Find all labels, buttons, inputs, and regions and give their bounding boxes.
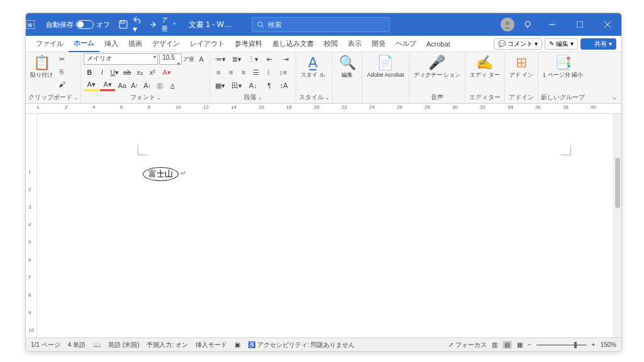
zoom-slider[interactable]: [536, 344, 587, 346]
lightbulb-icon[interactable]: [519, 20, 536, 29]
focus-mode-button[interactable]: ⤢ フォーカス: [448, 341, 487, 349]
zoom-out-icon[interactable]: −: [528, 341, 531, 348]
bullet-list-icon[interactable]: ≔▾: [213, 53, 228, 65]
font-name-select[interactable]: メイリオ: [84, 53, 158, 65]
highlight-icon[interactable]: A▾: [84, 80, 99, 91]
maximize-button[interactable]: [569, 13, 591, 36]
scroll-thumb[interactable]: [615, 158, 620, 208]
tab-developer[interactable]: 開発: [367, 36, 391, 52]
underline-icon[interactable]: U▾: [109, 67, 120, 78]
phonetic-icon[interactable]: ア亜: [183, 53, 194, 65]
spell-check-icon[interactable]: 📖: [93, 341, 101, 348]
align-center-icon[interactable]: ≡: [225, 67, 236, 78]
font-color-icon[interactable]: A▾: [100, 80, 115, 91]
ruler-vertical[interactable]: 12345678910: [26, 114, 37, 337]
autosave-toggle[interactable]: 自動保存 オフ: [42, 20, 114, 30]
grow-font-icon[interactable]: A↑: [129, 80, 140, 91]
tab-review[interactable]: 校閲: [319, 36, 343, 52]
predict-status[interactable]: 予測入力: オン: [147, 341, 188, 349]
print-layout-icon[interactable]: ▤: [502, 341, 512, 349]
font-size-select[interactable]: 10.5: [159, 53, 182, 65]
strikethrough-icon[interactable]: ab: [121, 67, 133, 78]
addins-button[interactable]: ⊞アド イン: [508, 53, 536, 80]
share-button[interactable]: 👤 共有 ▾: [580, 38, 616, 50]
close-button[interactable]: [596, 13, 619, 36]
scrollbar-vertical[interactable]: [613, 114, 621, 337]
styles-button[interactable]: A̲スタイ ル: [299, 53, 327, 80]
copy-icon[interactable]: ⎘: [56, 66, 67, 77]
format-painter-icon[interactable]: 🖌: [56, 79, 67, 90]
tab-acrobat[interactable]: Acrobat: [421, 36, 455, 52]
document-page[interactable]: 富士山 ↵: [37, 114, 621, 337]
editing-button[interactable]: 🔍編集: [335, 53, 359, 80]
clear-format-icon[interactable]: A: [167, 80, 178, 91]
read-mode-icon[interactable]: ▥: [492, 341, 497, 348]
cut-icon[interactable]: ✂: [56, 53, 67, 65]
align-right-icon[interactable]: ≡: [238, 67, 249, 78]
titlebar: w 自動保存 オフ ▾ ア亜 ⁼ 文書 1 - W… 検索: [26, 13, 621, 36]
app-window: w 自動保存 オフ ▾ ア亜 ⁼ 文書 1 - W… 検索: [25, 13, 622, 352]
tab-home[interactable]: ホーム: [69, 36, 99, 52]
increase-indent-icon[interactable]: ⇥: [278, 53, 293, 65]
dictation-button[interactable]: 🎤ディクテー ション: [412, 53, 463, 80]
accessibility-status[interactable]: ♿ アクセシビリティ: 問題ありません: [248, 341, 355, 349]
language-status[interactable]: 英語 (米国): [108, 341, 139, 349]
tab-draw[interactable]: 描画: [123, 36, 147, 52]
comments-button[interactable]: 💬 コメント ▾: [494, 38, 542, 50]
redo-icon[interactable]: [148, 20, 157, 29]
undo-icon[interactable]: ▾: [133, 15, 143, 34]
tab-design[interactable]: デザイン: [147, 36, 185, 52]
shrink-page-button[interactable]: 📑1 ページ分 縮小: [541, 53, 585, 80]
char-border-icon[interactable]: A: [196, 53, 207, 65]
shrink-font-icon[interactable]: A↓: [142, 80, 153, 91]
show-marks-icon[interactable]: ¶: [262, 80, 277, 91]
italic-icon[interactable]: I: [96, 67, 108, 78]
paste-button[interactable]: 📋 貼り付け: [28, 53, 55, 80]
line-spacing-icon[interactable]: ↕≡: [275, 67, 291, 78]
word-count[interactable]: 4 単語: [68, 341, 86, 349]
char-shading-icon[interactable]: Aa: [116, 80, 128, 91]
borders-icon[interactable]: 田▾: [229, 80, 244, 91]
tab-help[interactable]: ヘルプ: [391, 36, 421, 52]
search-input[interactable]: 検索: [252, 17, 390, 32]
subscript-icon[interactable]: x₂: [134, 67, 145, 78]
tab-layout[interactable]: レイアウト: [185, 36, 230, 52]
justify-icon[interactable]: ☰: [250, 67, 262, 78]
tab-file[interactable]: ファイル: [31, 36, 69, 52]
collapse-ribbon-icon[interactable]: ⌵: [608, 91, 621, 103]
decrease-indent-icon[interactable]: ⇤: [262, 53, 277, 65]
tab-view[interactable]: 表示: [343, 36, 367, 52]
save-icon[interactable]: [119, 20, 128, 29]
enclose-chars-icon[interactable]: ㊄: [154, 80, 165, 91]
distribute-icon[interactable]: ⫶: [263, 67, 274, 78]
align-left-icon[interactable]: ≡: [213, 67, 224, 78]
ruler-horizontal[interactable]: L246810121416182022242628303234363840: [26, 104, 621, 114]
zoom-level[interactable]: 150%: [600, 341, 616, 348]
tab-mailings[interactable]: 差し込み文書: [267, 36, 319, 52]
acrobat-button[interactable]: 📄Adobe Acrobat: [365, 53, 406, 80]
qat-more-icon[interactable]: ⁼: [173, 21, 176, 28]
editor-button[interactable]: ✍エディ ター: [468, 53, 502, 80]
insert-mode-status[interactable]: 挿入モード: [196, 341, 227, 349]
superscript-icon[interactable]: x²: [147, 67, 158, 78]
svg-line-5: [262, 26, 264, 28]
phonetic-guide-icon[interactable]: ア亜: [162, 16, 168, 33]
text-effects-icon[interactable]: A▾: [159, 67, 174, 78]
text-direction-icon[interactable]: ↕A: [278, 80, 289, 91]
tab-references[interactable]: 参考資料: [230, 36, 267, 52]
enclosed-text[interactable]: 富士山: [143, 167, 179, 181]
shading-icon[interactable]: ▦▾: [213, 80, 228, 91]
quick-access-toolbar: ▾ ア亜 ⁼: [114, 15, 181, 34]
tab-insert[interactable]: 挿入: [99, 36, 123, 52]
editing-mode-button[interactable]: ✎ 編集 ▾: [545, 38, 578, 50]
minimize-button[interactable]: [541, 13, 564, 36]
multilevel-list-icon[interactable]: ⋮▾: [245, 53, 260, 65]
sort-icon[interactable]: A↓: [245, 80, 260, 91]
number-list-icon[interactable]: ≣▾: [229, 53, 244, 65]
macro-icon[interactable]: ▣: [235, 341, 240, 348]
zoom-in-icon[interactable]: +: [592, 341, 596, 348]
bold-icon[interactable]: B: [84, 67, 95, 78]
page-count[interactable]: 1/1 ページ: [31, 341, 60, 349]
user-avatar[interactable]: [501, 18, 514, 31]
web-layout-icon[interactable]: ▦: [517, 341, 523, 348]
